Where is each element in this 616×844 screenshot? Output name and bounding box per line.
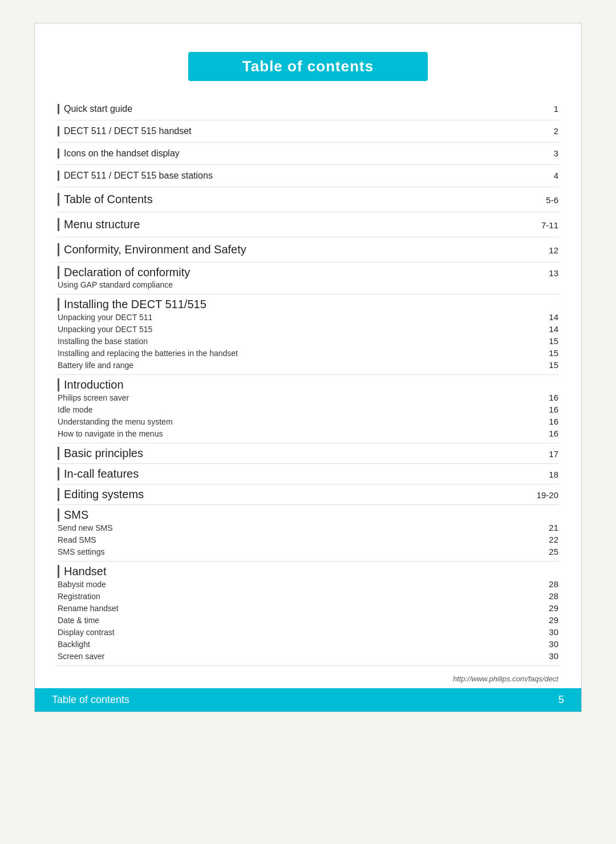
toc-entry-page: 5-6 bbox=[536, 195, 558, 205]
toc-sub-page: 30 bbox=[536, 627, 558, 637]
toc-sub-label: Unpacking your DECT 515 bbox=[58, 325, 536, 334]
toc-group-header-label: Handset bbox=[58, 565, 536, 578]
toc-sub-page: 29 bbox=[536, 603, 558, 613]
footer-page: 5 bbox=[558, 694, 564, 706]
toc-group-header-page: 19-20 bbox=[536, 490, 558, 500]
toc-group: Declaration of conformity 13 Using GAP s… bbox=[58, 263, 558, 294]
toc-row: Table of Contents 5-6 bbox=[58, 187, 558, 212]
toc-sub-page: 30 bbox=[536, 639, 558, 649]
toc-entry-page: 12 bbox=[536, 245, 558, 255]
toc-group-header-label: Basic principles bbox=[58, 447, 536, 460]
toc-sub-row: SMS settings 25 bbox=[58, 546, 558, 558]
toc-group-header-label: Editing systems bbox=[58, 488, 536, 501]
toc-row: Menu structure 7-11 bbox=[58, 212, 558, 237]
toc-content: Quick start guide 1 DECT 511 / DECT 515 … bbox=[35, 87, 581, 677]
toc-group: Basic principles 17 bbox=[58, 443, 558, 464]
toc-sub-row: Using GAP standard compliance bbox=[58, 279, 558, 290]
toc-entry-page: 1 bbox=[536, 104, 558, 114]
toc-sub-page: 28 bbox=[536, 579, 558, 589]
toc-sub-label: Read SMS bbox=[58, 535, 536, 544]
toc-sub-label: Send new SMS bbox=[58, 523, 536, 532]
toc-sub-label: Philips screen saver bbox=[58, 393, 536, 402]
toc-sub-row: Unpacking your DECT 515 14 bbox=[58, 323, 558, 335]
toc-sub-page: 30 bbox=[536, 651, 558, 661]
toc-row: DECT 511 / DECT 515 handset 2 bbox=[58, 120, 558, 143]
toc-sub-row: Screen saver 30 bbox=[58, 650, 558, 662]
toc-sub-label: Backlight bbox=[58, 640, 536, 649]
toc-group: Introduction Philips screen saver 16 Idl… bbox=[58, 375, 558, 443]
toc-sub-label: Unpacking your DECT 511 bbox=[58, 313, 536, 322]
toc-sub-row: Date & time 29 bbox=[58, 614, 558, 626]
toc-sub-row: Rename handset 29 bbox=[58, 602, 558, 614]
toc-group: Handset Babysit mode 28 Registration 28 … bbox=[58, 562, 558, 666]
toc-sub-page: 21 bbox=[536, 523, 558, 532]
toc-entry-label: Table of Contents bbox=[58, 193, 536, 206]
footer-label: Table of contents bbox=[52, 694, 129, 706]
toc-group-header-label: In-call features bbox=[58, 467, 536, 480]
toc-sub-row: Unpacking your DECT 511 14 bbox=[58, 311, 558, 323]
toc-sub-row: Installing the base station 15 bbox=[58, 335, 558, 347]
toc-sub-page: 15 bbox=[536, 336, 558, 346]
toc-sub-page: 29 bbox=[536, 615, 558, 625]
toc-sub-page: 16 bbox=[536, 393, 558, 402]
toc-sub-label: Babysit mode bbox=[58, 580, 536, 589]
toc-sub-row: Idle mode 16 bbox=[58, 403, 558, 415]
toc-sub-row: Registration 28 bbox=[58, 590, 558, 602]
toc-sub-row: Read SMS 22 bbox=[58, 534, 558, 546]
toc-sub-label: How to navigate in the menus bbox=[58, 429, 536, 438]
toc-entry-page: 3 bbox=[536, 148, 558, 158]
toc-sub-label: Registration bbox=[58, 592, 536, 601]
toc-sub-row: Battery life and range 15 bbox=[58, 359, 558, 371]
toc-group-header-page: 18 bbox=[536, 470, 558, 479]
toc-sub-label: Understanding the menu system bbox=[58, 417, 536, 426]
toc-entry-label: DECT 511 / DECT 515 handset bbox=[58, 126, 536, 136]
footer-bar: Table of contents 5 bbox=[35, 688, 581, 712]
toc-entry-page: 4 bbox=[536, 171, 558, 180]
toc-sub-row: How to navigate in the menus 16 bbox=[58, 427, 558, 439]
toc-entry-page: 7-11 bbox=[536, 220, 558, 230]
toc-sub-label: Date & time bbox=[58, 616, 536, 625]
toc-sub-row: Send new SMS 21 bbox=[58, 522, 558, 534]
page-title: Table of contents bbox=[188, 52, 428, 81]
toc-sub-page: 14 bbox=[536, 312, 558, 322]
toc-row: DECT 511 / DECT 515 base stations 4 bbox=[58, 165, 558, 187]
toc-sub-row: Installing and replacing the batteries i… bbox=[58, 347, 558, 359]
toc-sub-label: SMS settings bbox=[58, 547, 536, 556]
toc-sub-row: Babysit mode 28 bbox=[58, 578, 558, 590]
toc-row: Quick start guide 1 bbox=[58, 98, 558, 120]
toc-group: In-call features 18 bbox=[58, 464, 558, 484]
toc-group: Installing the DECT 511/515 Unpacking yo… bbox=[58, 294, 558, 375]
toc-entry-label: Conformity, Environment and Safety bbox=[58, 243, 536, 256]
toc-group-header-label: Installing the DECT 511/515 bbox=[58, 298, 536, 311]
toc-row: Conformity, Environment and Safety 12 bbox=[58, 237, 558, 263]
toc-group-header-label: SMS bbox=[58, 508, 536, 522]
toc-sub-page: 15 bbox=[536, 360, 558, 370]
toc-entry-label: Menu structure bbox=[58, 218, 536, 231]
toc-entry-page: 2 bbox=[536, 126, 558, 136]
toc-sub-row: Understanding the menu system 16 bbox=[58, 415, 558, 427]
toc-sub-label: Screen saver bbox=[58, 652, 536, 661]
toc-sub-page: 16 bbox=[536, 405, 558, 414]
toc-group-header-page: 17 bbox=[536, 449, 558, 459]
toc-group-header-label: Declaration of conformity bbox=[58, 266, 536, 279]
toc-group: Editing systems 19-20 bbox=[58, 484, 558, 505]
toc-entry-label: Quick start guide bbox=[58, 104, 536, 114]
toc-sub-row: Philips screen saver 16 bbox=[58, 391, 558, 403]
toc-sub-label: Idle mode bbox=[58, 405, 536, 414]
toc-sub-label: Installing the base station bbox=[58, 337, 536, 346]
toc-entry-label: Icons on the handset display bbox=[58, 148, 536, 159]
footer-url: http://www.philips.com/faqs/dect bbox=[453, 675, 558, 683]
page-container: Table of contents Quick start guide 1 DE… bbox=[34, 23, 582, 712]
toc-sub-page: 28 bbox=[536, 591, 558, 601]
toc-sub-page: 16 bbox=[536, 429, 558, 438]
toc-sub-row: Display contrast 30 bbox=[58, 626, 558, 638]
toc-group: SMS Send new SMS 21 Read SMS 22 SMS sett… bbox=[58, 505, 558, 562]
toc-sub-label: Using GAP standard compliance bbox=[58, 280, 536, 289]
toc-row: Icons on the handset display 3 bbox=[58, 143, 558, 165]
toc-sub-label: Display contrast bbox=[58, 628, 536, 637]
toc-sub-label: Battery life and range bbox=[58, 361, 536, 370]
toc-sub-row: Backlight 30 bbox=[58, 638, 558, 650]
toc-sub-page: 22 bbox=[536, 535, 558, 544]
toc-group-header-page: 13 bbox=[536, 268, 558, 278]
toc-sub-label: Installing and replacing the batteries i… bbox=[58, 349, 536, 358]
